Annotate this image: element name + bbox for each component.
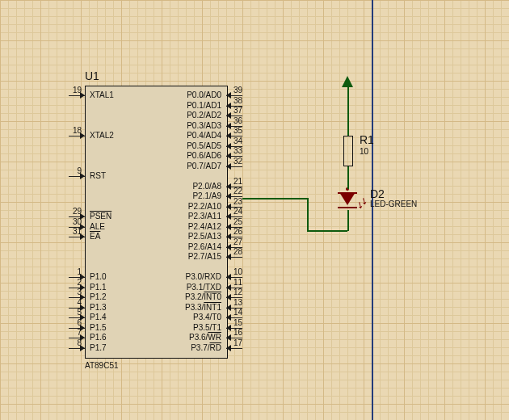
pin-number: 27 bbox=[231, 237, 242, 246]
pin-name: P0.4/AD4 bbox=[85, 131, 221, 140]
pin-number: 29 bbox=[69, 207, 82, 216]
pin-number: 3 bbox=[69, 288, 82, 296]
schematic-canvas[interactable]: U1 AT89C51 19XTAL118XTAL29RST29PSEN30ALE… bbox=[0, 0, 509, 420]
resistor-refdes: R1 bbox=[360, 133, 374, 146]
pin-number: 5 bbox=[69, 308, 82, 317]
pin-number: 16 bbox=[231, 328, 242, 337]
pin-name: P3.6/WR bbox=[85, 333, 221, 342]
pin-number: 38 bbox=[231, 96, 242, 105]
pin-number: 18 bbox=[69, 126, 82, 135]
pin-name: P0.7/AD7 bbox=[85, 162, 221, 170]
pin-number: 13 bbox=[231, 298, 242, 307]
resistor-body[interactable] bbox=[343, 136, 353, 166]
pin-number: 8 bbox=[69, 338, 82, 347]
pin-name: P3.5/T1 bbox=[85, 323, 221, 332]
pin-name: P3.7/RD bbox=[85, 343, 221, 352]
pin-name: P0.6/AD6 bbox=[85, 151, 221, 160]
pin-number: 33 bbox=[231, 146, 242, 155]
pin-number: 37 bbox=[231, 106, 242, 115]
pin-number: 11 bbox=[231, 278, 242, 287]
led-refdes: D2 bbox=[370, 187, 385, 200]
led-body[interactable] bbox=[339, 192, 355, 205]
wire-p21-horizontal bbox=[242, 198, 307, 200]
pin-name: P0.2/AD2 bbox=[85, 111, 221, 120]
pin-name: P3.3/INT1 bbox=[85, 303, 221, 312]
pin-name: P0.5/AD5 bbox=[85, 141, 221, 150]
pin-number: 2 bbox=[69, 278, 82, 287]
wire-to-led-bottom bbox=[307, 230, 347, 232]
pin-number: 15 bbox=[231, 318, 242, 327]
led-partnum: LED-GREEN bbox=[370, 200, 417, 208]
pin-name: P2.6/A14 bbox=[85, 242, 221, 251]
pin-number: 30 bbox=[69, 217, 82, 226]
pin-number: 32 bbox=[231, 157, 242, 166]
pin-number: 21 bbox=[231, 177, 242, 186]
pin-number: 12 bbox=[231, 288, 242, 296]
wire-led-cathode bbox=[347, 210, 349, 231]
pin-name: P2.4/A12 bbox=[85, 222, 221, 231]
resistor-value: 10 bbox=[360, 147, 368, 156]
pin-number: 22 bbox=[231, 187, 242, 195]
wire-resistor-top bbox=[347, 87, 349, 136]
pin-name: P2.7/A15 bbox=[85, 252, 221, 261]
ic-refdes: U1 bbox=[85, 69, 99, 82]
wire-led-anode bbox=[347, 166, 349, 189]
pin-number: 23 bbox=[231, 197, 242, 206]
pin-number: 25 bbox=[231, 217, 242, 226]
pin-name: P2.5/A13 bbox=[85, 232, 221, 241]
pin-name: P0.3/AD3 bbox=[85, 121, 221, 130]
wire-p21-vertical bbox=[307, 198, 309, 230]
power-vcc-icon bbox=[342, 76, 353, 87]
pin-number: 34 bbox=[231, 136, 242, 145]
pin-number: 10 bbox=[231, 267, 242, 276]
pin-name: P3.0/RXD bbox=[85, 272, 221, 281]
pin-name: P2.2/A10 bbox=[85, 202, 221, 211]
pin-number: 17 bbox=[231, 338, 242, 347]
sheet-border bbox=[372, 0, 373, 420]
pin-name: P0.0/AD0 bbox=[85, 90, 221, 99]
pin-number: 39 bbox=[231, 86, 242, 94]
pin-name: P0.1/AD1 bbox=[85, 101, 221, 110]
pin-number: 28 bbox=[231, 247, 242, 256]
pin-name: P3.1/TXD bbox=[85, 283, 221, 292]
pin-name: P2.0/A8 bbox=[85, 182, 221, 191]
pin-number: 7 bbox=[69, 328, 82, 337]
pin-number: 26 bbox=[231, 227, 242, 236]
pin-number: 31 bbox=[69, 227, 82, 236]
pin-number: 9 bbox=[69, 166, 82, 175]
pin-number: 36 bbox=[231, 116, 242, 125]
pin-name: P3.4/T0 bbox=[85, 313, 221, 321]
pin-number: 35 bbox=[231, 126, 242, 135]
pin-name: P3.2/INT0 bbox=[85, 292, 221, 301]
pin-name: RST bbox=[90, 171, 106, 180]
pin-number: 24 bbox=[231, 207, 242, 216]
pin-number: 19 bbox=[69, 86, 82, 94]
pin-number: 1 bbox=[69, 267, 82, 276]
pin-number: 4 bbox=[69, 298, 82, 307]
ic-partnum: AT89C51 bbox=[85, 361, 119, 370]
pin-number: 14 bbox=[231, 308, 242, 317]
pin-number: 6 bbox=[69, 318, 82, 327]
pin-name: P2.1/A9 bbox=[85, 191, 221, 200]
pin-name: P2.3/A11 bbox=[85, 212, 221, 220]
